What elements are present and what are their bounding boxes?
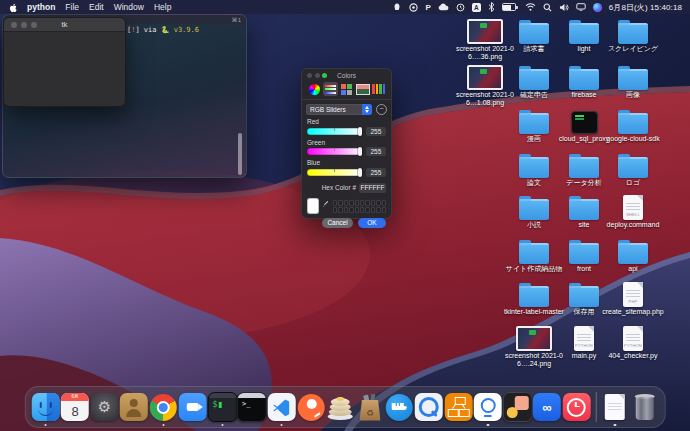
swatch-cell[interactable] xyxy=(376,207,380,213)
color-wheel-tab[interactable] xyxy=(307,82,322,96)
spotlight-icon[interactable] xyxy=(543,0,552,14)
desktop-icon-folder[interactable]: ロゴ xyxy=(601,152,665,187)
chrome-icon xyxy=(150,394,177,421)
swatch-cell[interactable] xyxy=(371,207,375,213)
swatch-cell[interactable] xyxy=(365,207,369,213)
blue-value-field[interactable]: 255 xyxy=(366,168,386,177)
desktop-icon-folder[interactable]: api xyxy=(601,238,665,273)
dock-item-system-preferences[interactable]: ⚙ xyxy=(90,388,120,426)
desktop-icon-doc[interactable]: PHPcreate_sitemap.php xyxy=(601,281,665,316)
swatch-cell[interactable] xyxy=(344,207,348,213)
tk-titlebar[interactable]: tk xyxy=(4,18,125,32)
dock-item-sequel-pro[interactable] xyxy=(326,388,356,426)
hex-color-field[interactable]: FFFFFF xyxy=(359,183,386,193)
desktop-icon-folder[interactable]: スクレイピング xyxy=(601,18,665,53)
menu-edit[interactable]: Edit xyxy=(89,2,104,12)
swatch-cell[interactable] xyxy=(333,200,337,206)
green-value-field[interactable]: 255 xyxy=(366,147,386,156)
battery-icon[interactable] xyxy=(502,0,518,14)
blue-slider[interactable] xyxy=(307,169,362,176)
colors-zoom-button[interactable] xyxy=(322,73,327,78)
dock-item-appcleaner[interactable]: ♻ xyxy=(355,388,385,426)
red-value-field[interactable]: 255 xyxy=(366,127,386,136)
tk-zoom-button[interactable] xyxy=(31,22,37,28)
siri-icon[interactable] xyxy=(593,0,602,14)
shutter-icon[interactable] xyxy=(409,0,418,14)
dock-item-python-document[interactable] xyxy=(600,388,630,426)
image-palettes-tab[interactable] xyxy=(355,82,370,96)
parallels-icon[interactable]: P xyxy=(425,0,430,14)
tk-close-button[interactable] xyxy=(11,22,17,28)
cancel-button[interactable]: Cancel xyxy=(322,218,353,228)
swatch-cell[interactable] xyxy=(349,200,353,206)
slider-handle[interactable] xyxy=(358,168,362,177)
desktop-icon-folder[interactable]: 画像 xyxy=(601,64,665,99)
swatch-cell[interactable] xyxy=(338,207,342,213)
menu-file[interactable]: File xyxy=(65,2,79,12)
dock-item-trash[interactable] xyxy=(630,388,660,426)
colors-close-button[interactable] xyxy=(307,73,312,78)
timemachine-icon[interactable] xyxy=(456,0,465,14)
dock-item-postman[interactable] xyxy=(296,388,326,426)
menu-bar-clock[interactable]: 6月8日(火) 15:40:18 xyxy=(609,2,682,13)
dock-item-infinity-app[interactable]: ∞ xyxy=(532,388,562,426)
slider-handle[interactable] xyxy=(358,147,362,156)
colors-minimize-button[interactable] xyxy=(315,73,320,78)
slider-handle[interactable] xyxy=(358,127,362,136)
dock-item-contacts[interactable] xyxy=(119,388,149,426)
swatch-cell[interactable] xyxy=(382,207,386,213)
cloud-icon[interactable] xyxy=(438,0,449,14)
swatch-cell[interactable] xyxy=(360,200,364,206)
color-palettes-tab[interactable] xyxy=(339,82,354,96)
active-app-menu[interactable]: python xyxy=(27,2,55,12)
swatch-cell[interactable] xyxy=(355,200,359,206)
tk-minimize-button[interactable] xyxy=(21,22,27,28)
ok-button[interactable]: OK xyxy=(358,218,386,228)
display-icon[interactable] xyxy=(576,0,586,14)
slider-options-button[interactable]: − xyxy=(376,104,387,115)
eyedropper-icon[interactable] xyxy=(322,198,328,212)
green-slider[interactable] xyxy=(307,148,362,155)
swatch-cell[interactable] xyxy=(376,200,380,206)
swatch-cell[interactable] xyxy=(344,200,348,206)
hand-icon[interactable] xyxy=(392,0,402,14)
dock-item-calendar[interactable]: 6月8 xyxy=(60,388,90,426)
input-source-icon[interactable]: A xyxy=(472,0,481,14)
current-color-swatch[interactable] xyxy=(307,198,319,214)
dock-item-docker[interactable] xyxy=(385,388,415,426)
dock-item-drawio[interactable] xyxy=(444,388,474,426)
menu-help[interactable]: Help xyxy=(154,2,171,12)
swatch-cell[interactable] xyxy=(338,200,342,206)
desktop-icon-doc[interactable]: SHELLdeploy.command xyxy=(601,194,665,229)
swatch-cell[interactable] xyxy=(365,200,369,206)
dock-item-terminal[interactable]: >_ xyxy=(237,388,267,426)
swatch-cell[interactable] xyxy=(333,207,337,213)
color-mode-dropdown[interactable]: RGB Sliders xyxy=(306,104,372,115)
bluetooth-icon[interactable] xyxy=(488,0,495,14)
swatch-cell[interactable] xyxy=(349,207,353,213)
dock-item-iterm[interactable]: $ xyxy=(208,388,238,426)
dock-item-vscode[interactable] xyxy=(267,388,297,426)
dock-item-clock-app[interactable] xyxy=(562,388,592,426)
dock-item-quicktime[interactable] xyxy=(414,388,444,426)
menu-window[interactable]: Window xyxy=(114,2,144,12)
dock-item-chrome[interactable] xyxy=(149,388,179,426)
wifi-icon[interactable] xyxy=(525,0,536,14)
swatch-cell[interactable] xyxy=(371,200,375,206)
red-slider[interactable] xyxy=(307,128,362,135)
dock-item-clip-app[interactable] xyxy=(503,388,533,426)
dock-item-finder[interactable] xyxy=(31,388,61,426)
terminal-scrollbar[interactable] xyxy=(238,133,242,175)
pencils-tab[interactable] xyxy=(371,82,386,96)
apple-menu-icon[interactable] xyxy=(8,0,17,14)
swatch-cell[interactable] xyxy=(355,207,359,213)
volume-icon[interactable] xyxy=(559,0,569,14)
dock-item-zoom[interactable] xyxy=(178,388,208,426)
swatch-cell[interactable] xyxy=(382,200,386,206)
swatch-cell[interactable] xyxy=(360,207,364,213)
dock-item-screen-app[interactable] xyxy=(473,388,503,426)
desktop-icon-doc[interactable]: PYTHON404_checker.py xyxy=(601,325,665,360)
desktop-icon-folder[interactable]: google-cloud-sdk xyxy=(601,108,665,143)
color-sliders-tab[interactable] xyxy=(323,82,338,96)
colors-titlebar[interactable]: Colors xyxy=(302,69,391,81)
